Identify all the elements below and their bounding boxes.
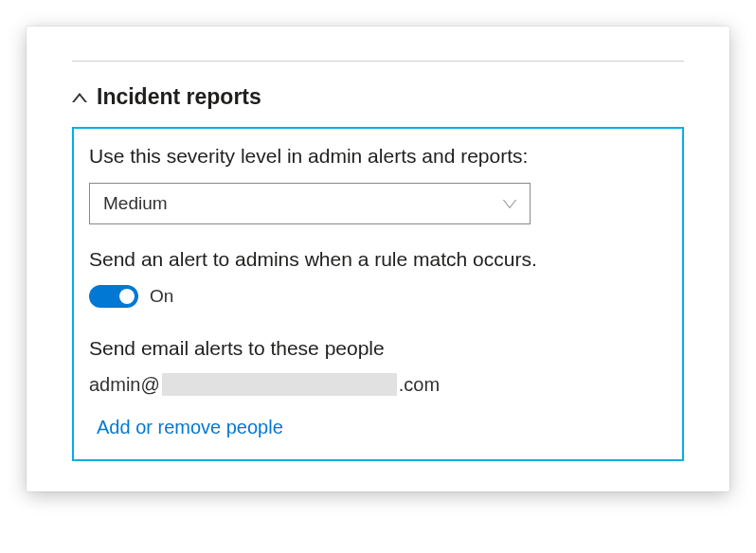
alert-toggle[interactable] bbox=[89, 285, 138, 308]
severity-dropdown-value: Medium bbox=[103, 193, 168, 214]
chevron-down-icon bbox=[503, 200, 516, 208]
email-suffix: .com bbox=[399, 374, 440, 396]
chevron-up-icon bbox=[72, 93, 87, 102]
section-title: Incident reports bbox=[97, 84, 261, 110]
alert-label: Send an alert to admins when a rule matc… bbox=[89, 245, 667, 273]
email-recipient-row: admin@ .com bbox=[89, 373, 667, 396]
incident-reports-panel: Incident reports Use this severity level… bbox=[27, 27, 729, 491]
email-redacted-domain bbox=[162, 373, 397, 396]
settings-highlight-box: Use this severity level in admin alerts … bbox=[72, 127, 684, 461]
panel-content: Incident reports Use this severity level… bbox=[72, 61, 684, 461]
alert-toggle-state: On bbox=[150, 286, 173, 307]
add-remove-people-link[interactable]: Add or remove people bbox=[97, 417, 283, 438]
email-prefix: admin@ bbox=[89, 374, 160, 396]
severity-dropdown[interactable]: Medium bbox=[89, 183, 531, 224]
alert-toggle-row: On bbox=[89, 285, 667, 308]
section-header[interactable]: Incident reports bbox=[72, 84, 684, 110]
toggle-knob bbox=[119, 289, 135, 304]
email-alerts-label: Send email alerts to these people bbox=[89, 334, 667, 362]
severity-label: Use this severity level in admin alerts … bbox=[89, 142, 667, 169]
